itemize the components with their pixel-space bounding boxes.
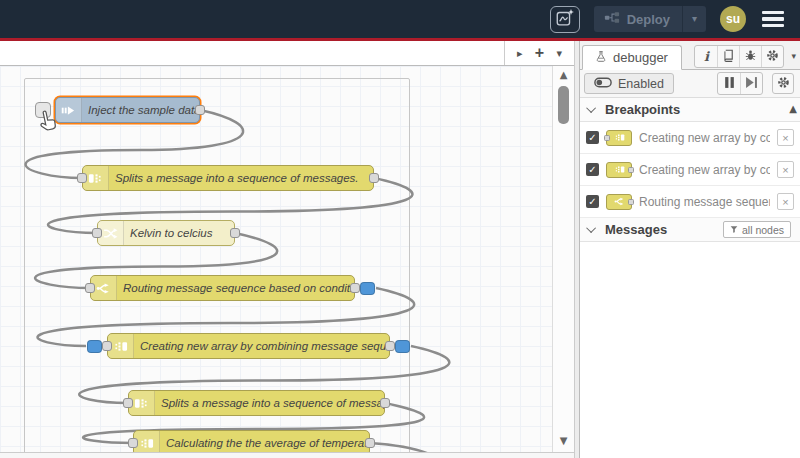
flow-node-inject[interactable]: Inject the sample data (55, 97, 200, 123)
workspace-tab-actions: ▸ + ▾ (504, 41, 574, 65)
input-port[interactable] (128, 438, 138, 448)
sidebar-tabs-dropdown-icon[interactable]: ▾ (791, 52, 796, 61)
sidebar-tab-strip: debugger i (580, 41, 800, 70)
tab-info-button[interactable]: i (695, 46, 717, 67)
mini-port (604, 135, 610, 141)
main-menu-button[interactable] (760, 7, 786, 32)
flow-node-split-2[interactable]: Splits a message into a sequence of mess… (128, 390, 385, 416)
breakpoint-label: Creating new array by combining message … (639, 131, 770, 145)
deploy-options-button[interactable]: ▾ (682, 6, 706, 32)
deploy-button[interactable]: Deploy ▾ (594, 6, 706, 32)
node-label: Creating new array by combining message … (134, 334, 389, 358)
tab-debugger-label: debugger (613, 50, 668, 65)
breakpoint-label: Routing message sequence based on condit… (639, 195, 770, 209)
node-label: Calculating the the average of temperatu… (160, 431, 369, 452)
deploy-icon (604, 10, 620, 28)
breakpoint-label: Creating new array by combining message … (639, 163, 770, 177)
breakpoints-title: Breakpoints (605, 102, 680, 117)
scroll-tabs-right-button[interactable]: ▸ (511, 44, 529, 62)
message-filter-button[interactable]: all nodes (723, 221, 791, 238)
debugger-settings-button[interactable] (772, 73, 794, 94)
output-port[interactable] (385, 341, 395, 351)
input-port[interactable] (92, 228, 102, 238)
breakpoint-checkbox[interactable]: ✓ (586, 163, 599, 176)
remove-breakpoint-button[interactable]: × (777, 193, 794, 210)
breakpoint-checkbox[interactable]: ✓ (586, 131, 599, 144)
remove-breakpoint-button[interactable]: × (777, 129, 794, 146)
output-port[interactable] (230, 228, 240, 238)
canvas-scrollbar-thumb[interactable] (558, 86, 569, 124)
book-icon (722, 49, 735, 65)
messages-title: Messages (605, 222, 667, 237)
flow-canvas[interactable]: Inject the sample dataSplits a message i… (0, 66, 552, 452)
breakpoint-row[interactable]: ✓Routing message sequence based on condi… (580, 186, 800, 218)
tab-help-button[interactable] (717, 46, 739, 67)
breakpoint-row[interactable]: ✓Creating new array by combining message… (580, 154, 800, 186)
breakpoints-section-header[interactable]: Breakpoints (580, 98, 800, 122)
node-label: Inject the sample data (82, 98, 199, 122)
pause-button[interactable] (718, 73, 740, 94)
wire[interactable] (370, 443, 455, 452)
mini-join-node-icon (606, 130, 632, 146)
tab-debugger[interactable]: debugger (582, 45, 682, 70)
input-port[interactable] (85, 283, 95, 293)
filter-funnel-icon (730, 224, 738, 236)
toggle-icon (594, 77, 612, 91)
scroll-up-icon[interactable]: ▲ (553, 70, 574, 80)
flow-node-join-1[interactable]: Creating new array by combining message … (107, 333, 390, 359)
breakpoint-row[interactable]: ✓Creating new array by combining message… (580, 122, 800, 154)
deploy-button-main[interactable]: Deploy (594, 10, 682, 28)
bug-icon (744, 49, 757, 65)
inject-icon (56, 98, 82, 122)
debugger-flask-icon (595, 50, 607, 66)
breakpoint-checkbox[interactable]: ✓ (586, 195, 599, 208)
mini-switch-node-icon (606, 194, 632, 210)
tab-debug-button[interactable] (739, 46, 761, 67)
sidebar-splitter[interactable] (574, 41, 580, 458)
flow-assistant-button[interactable] (550, 6, 580, 33)
workspace-tab-bar: ▸ + ▾ (0, 41, 574, 66)
output-port[interactable] (380, 398, 390, 408)
enabled-label: Enabled (618, 77, 664, 91)
chevron-down-icon (586, 103, 596, 113)
flow-node-change-1[interactable]: Kelvin to celcius (97, 220, 235, 246)
user-avatar[interactable]: su (720, 6, 746, 32)
flow-node-join-2[interactable]: Calculating the the average of temperatu… (133, 430, 370, 452)
canvas-horizontal-scroll-track[interactable] (0, 452, 574, 458)
deploy-label: Deploy (627, 12, 670, 27)
messages-section-header[interactable]: Messages all nodes (580, 218, 800, 242)
remove-breakpoint-button[interactable]: × (777, 161, 794, 178)
tab-config-button[interactable] (761, 46, 783, 67)
output-port[interactable] (365, 438, 375, 448)
step-button[interactable] (740, 73, 762, 94)
debugger-enabled-toggle[interactable]: Enabled (584, 73, 674, 94)
breakpoint-marker[interactable] (87, 340, 102, 353)
output-port[interactable] (350, 283, 360, 293)
breakpoints-list: ✓Creating new array by combining message… (580, 122, 800, 218)
breakpoint-marker[interactable] (395, 340, 410, 353)
header-accent-line (0, 38, 800, 41)
add-flow-button[interactable]: + (530, 44, 548, 62)
flow-list-button[interactable]: ▾ (550, 44, 568, 62)
node-label: Kelvin to celcius (124, 221, 234, 245)
info-icon: i (704, 49, 709, 64)
input-port[interactable] (77, 173, 87, 183)
scroll-down-icon[interactable]: ▼ (553, 436, 574, 446)
gear-icon (766, 49, 779, 65)
sidebar-scroll-up-icon[interactable]: ▲ (789, 104, 797, 114)
flow-node-switch-1[interactable]: Routing message sequence based on condit… (90, 275, 355, 301)
input-port[interactable] (102, 341, 112, 351)
canvas-scrollbar[interactable]: ▲ ▼ (552, 66, 574, 452)
gear-icon (777, 76, 790, 92)
step-icon (745, 76, 758, 92)
app-header: Deploy ▾ su (0, 0, 800, 38)
mini-port (628, 167, 634, 173)
flow-assistant-icon (555, 8, 575, 31)
output-port[interactable] (195, 105, 205, 115)
output-port[interactable] (369, 173, 379, 183)
node-label: Routing message sequence based on condit… (117, 276, 354, 300)
breakpoint-marker[interactable] (360, 282, 375, 295)
chevron-down-icon (586, 223, 596, 233)
input-port[interactable] (123, 398, 133, 408)
flow-node-split-1[interactable]: Splits a message into a sequence of mess… (82, 165, 374, 191)
